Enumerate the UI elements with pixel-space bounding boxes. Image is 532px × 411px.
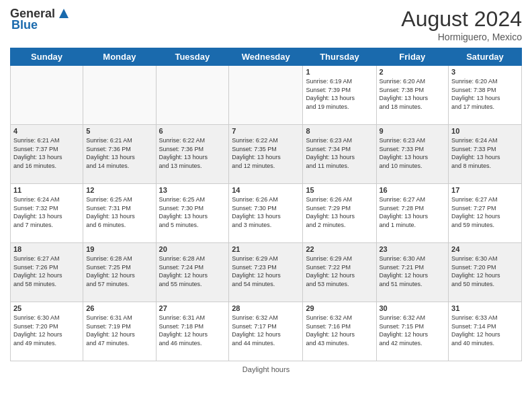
table-row: 19Sunrise: 6:28 AM Sunset: 7:25 PM Dayli… (83, 243, 156, 302)
day-number: 30 (380, 304, 446, 312)
day-info: Sunrise: 6:33 AM Sunset: 7:14 PM Dayligh… (451, 314, 519, 347)
table-row: 18Sunrise: 6:27 AM Sunset: 7:26 PM Dayli… (11, 243, 83, 302)
table-row: 4Sunrise: 6:21 AM Sunset: 7:37 PM Daylig… (11, 125, 83, 184)
day-number: 26 (86, 304, 152, 312)
day-info: Sunrise: 6:23 AM Sunset: 7:34 PM Dayligh… (306, 136, 373, 170)
day-number: 25 (13, 304, 80, 312)
day-number: 29 (306, 304, 373, 312)
calendar-week-row: 11Sunrise: 6:24 AM Sunset: 7:32 PM Dayli… (11, 184, 522, 243)
table-row (156, 66, 229, 125)
day-number: 19 (86, 245, 152, 253)
table-row: 6Sunrise: 6:22 AM Sunset: 7:36 PM Daylig… (156, 125, 229, 184)
col-wednesday: Wednesday (229, 48, 303, 66)
table-row: 21Sunrise: 6:29 AM Sunset: 7:23 PM Dayli… (229, 243, 303, 302)
day-info: Sunrise: 6:28 AM Sunset: 7:24 PM Dayligh… (159, 255, 226, 288)
day-info: Sunrise: 6:30 AM Sunset: 7:20 PM Dayligh… (451, 255, 519, 288)
day-number: 11 (13, 186, 80, 194)
day-info: Sunrise: 6:21 AM Sunset: 7:37 PM Dayligh… (13, 136, 80, 170)
table-row: 14Sunrise: 6:26 AM Sunset: 7:30 PM Dayli… (229, 184, 303, 243)
table-row: 24Sunrise: 6:30 AM Sunset: 7:20 PM Dayli… (449, 243, 522, 302)
table-row: 23Sunrise: 6:30 AM Sunset: 7:21 PM Dayli… (376, 243, 449, 302)
table-row: 27Sunrise: 6:31 AM Sunset: 7:18 PM Dayli… (156, 302, 229, 361)
day-info: Sunrise: 6:25 AM Sunset: 7:30 PM Dayligh… (159, 195, 226, 229)
logo: General Blue (10, 7, 71, 32)
day-info: Sunrise: 6:25 AM Sunset: 7:31 PM Dayligh… (86, 195, 152, 229)
table-row (83, 66, 156, 125)
day-info: Sunrise: 6:22 AM Sunset: 7:35 PM Dayligh… (232, 136, 300, 170)
col-monday: Monday (83, 48, 156, 66)
day-number: 18 (13, 245, 80, 253)
day-info: Sunrise: 6:24 AM Sunset: 7:33 PM Dayligh… (451, 136, 519, 170)
table-row: 12Sunrise: 6:25 AM Sunset: 7:31 PM Dayli… (83, 184, 156, 243)
table-row: 31Sunrise: 6:33 AM Sunset: 7:14 PM Dayli… (449, 302, 522, 361)
day-number: 13 (159, 186, 226, 194)
day-info: Sunrise: 6:31 AM Sunset: 7:19 PM Dayligh… (86, 314, 152, 347)
daylight-hours-label: Daylight hours (242, 365, 290, 373)
day-info: Sunrise: 6:22 AM Sunset: 7:36 PM Dayligh… (159, 136, 226, 170)
day-number: 16 (380, 186, 446, 194)
table-row: 26Sunrise: 6:31 AM Sunset: 7:19 PM Dayli… (83, 302, 156, 361)
day-number: 27 (159, 304, 226, 312)
day-info: Sunrise: 6:24 AM Sunset: 7:32 PM Dayligh… (13, 195, 80, 229)
calendar-week-row: 1Sunrise: 6:19 AM Sunset: 7:39 PM Daylig… (11, 66, 522, 125)
day-number: 5 (86, 127, 152, 135)
day-number: 15 (306, 186, 373, 194)
table-row: 11Sunrise: 6:24 AM Sunset: 7:32 PM Dayli… (11, 184, 83, 243)
logo-icon (56, 6, 71, 21)
table-row: 15Sunrise: 6:26 AM Sunset: 7:29 PM Dayli… (303, 184, 376, 243)
table-row (229, 66, 303, 125)
day-number: 10 (451, 127, 519, 135)
table-row: 20Sunrise: 6:28 AM Sunset: 7:24 PM Dayli… (156, 243, 229, 302)
day-info: Sunrise: 6:27 AM Sunset: 7:28 PM Dayligh… (380, 195, 446, 229)
calendar-header-row: Sunday Monday Tuesday Wednesday Thursday… (11, 48, 522, 66)
month-year: August 2024 (401, 7, 522, 32)
table-row: 30Sunrise: 6:32 AM Sunset: 7:15 PM Dayli… (376, 302, 449, 361)
day-number: 1 (306, 68, 373, 76)
day-number: 6 (159, 127, 226, 135)
location: Hormiguero, Mexico (401, 32, 522, 42)
day-number: 8 (306, 127, 373, 135)
col-friday: Friday (376, 48, 449, 66)
table-row: 8Sunrise: 6:23 AM Sunset: 7:34 PM Daylig… (303, 125, 376, 184)
logo-blue: Blue (11, 18, 38, 32)
day-number: 7 (232, 127, 300, 135)
day-info: Sunrise: 6:26 AM Sunset: 7:29 PM Dayligh… (306, 195, 373, 229)
day-info: Sunrise: 6:28 AM Sunset: 7:25 PM Dayligh… (86, 255, 152, 288)
table-row: 28Sunrise: 6:32 AM Sunset: 7:17 PM Dayli… (229, 302, 303, 361)
day-number: 4 (13, 127, 80, 135)
table-row: 5Sunrise: 6:21 AM Sunset: 7:36 PM Daylig… (83, 125, 156, 184)
day-number: 23 (380, 245, 446, 253)
day-info: Sunrise: 6:31 AM Sunset: 7:18 PM Dayligh… (159, 314, 226, 347)
day-number: 21 (232, 245, 300, 253)
col-saturday: Saturday (449, 48, 522, 66)
table-row: 1Sunrise: 6:19 AM Sunset: 7:39 PM Daylig… (303, 66, 376, 125)
day-info: Sunrise: 6:19 AM Sunset: 7:39 PM Dayligh… (306, 77, 373, 111)
table-row: 2Sunrise: 6:20 AM Sunset: 7:38 PM Daylig… (376, 66, 449, 125)
col-tuesday: Tuesday (156, 48, 229, 66)
calendar: Sunday Monday Tuesday Wednesday Thursday… (10, 48, 522, 361)
day-number: 12 (86, 186, 152, 194)
day-info: Sunrise: 6:23 AM Sunset: 7:33 PM Dayligh… (380, 136, 446, 170)
calendar-week-row: 4Sunrise: 6:21 AM Sunset: 7:37 PM Daylig… (11, 125, 522, 184)
day-info: Sunrise: 6:29 AM Sunset: 7:23 PM Dayligh… (232, 255, 300, 288)
day-number: 2 (380, 68, 446, 76)
day-info: Sunrise: 6:32 AM Sunset: 7:16 PM Dayligh… (306, 314, 373, 347)
table-row: 3Sunrise: 6:20 AM Sunset: 7:38 PM Daylig… (449, 66, 522, 125)
table-row (11, 66, 83, 125)
table-row: 13Sunrise: 6:25 AM Sunset: 7:30 PM Dayli… (156, 184, 229, 243)
table-row: 10Sunrise: 6:24 AM Sunset: 7:33 PM Dayli… (449, 125, 522, 184)
footer: Daylight hours (10, 365, 522, 373)
title-section: August 2024 Hormiguero, Mexico (401, 7, 522, 42)
day-info: Sunrise: 6:32 AM Sunset: 7:15 PM Dayligh… (380, 314, 446, 347)
col-thursday: Thursday (303, 48, 376, 66)
day-number: 3 (451, 68, 519, 76)
calendar-week-row: 18Sunrise: 6:27 AM Sunset: 7:26 PM Dayli… (11, 243, 522, 302)
table-row: 25Sunrise: 6:30 AM Sunset: 7:20 PM Dayli… (11, 302, 83, 361)
day-info: Sunrise: 6:26 AM Sunset: 7:30 PM Dayligh… (232, 195, 300, 229)
day-info: Sunrise: 6:29 AM Sunset: 7:22 PM Dayligh… (306, 255, 373, 288)
day-info: Sunrise: 6:32 AM Sunset: 7:17 PM Dayligh… (232, 314, 300, 347)
day-number: 20 (159, 245, 226, 253)
day-info: Sunrise: 6:20 AM Sunset: 7:38 PM Dayligh… (451, 77, 519, 111)
day-info: Sunrise: 6:30 AM Sunset: 7:20 PM Dayligh… (13, 314, 80, 347)
table-row: 16Sunrise: 6:27 AM Sunset: 7:28 PM Dayli… (376, 184, 449, 243)
